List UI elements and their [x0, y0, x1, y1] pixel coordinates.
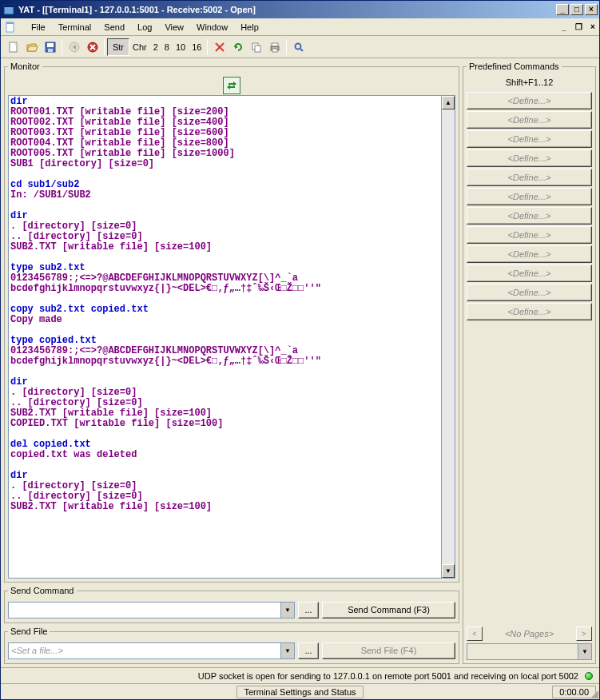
- menu-window[interactable]: Window: [190, 21, 234, 34]
- svg-rect-8: [48, 49, 53, 52]
- menu-terminal[interactable]: Terminal: [52, 21, 98, 34]
- status-bar-2: Terminal Settings and Status 0:00.00: [1, 683, 599, 699]
- menu-log[interactable]: Log: [131, 21, 158, 34]
- menu-help[interactable]: Help: [234, 21, 265, 34]
- predef-button-5[interactable]: <Define...>: [467, 169, 592, 186]
- predefined-shortcut-label: Shift+F1..12: [467, 76, 592, 92]
- radix-10-button[interactable]: 10: [173, 38, 189, 56]
- window-title: YAT - [[Terminal1] - 127.0.0.1:5001 - Re…: [18, 5, 556, 14]
- predef-button-7[interactable]: <Define...>: [467, 207, 592, 225]
- status-text: UDP socket is open for sending to 127.0.…: [4, 671, 582, 681]
- send-file-browse[interactable]: ...: [298, 642, 319, 659]
- predef-button-9[interactable]: <Define...>: [467, 245, 592, 263]
- title-bar: YAT - [[Terminal1] - 127.0.0.1:5001 - Re…: [1, 1, 599, 18]
- menu-view[interactable]: View: [158, 21, 190, 34]
- scroll-down-button[interactable]: ▼: [442, 564, 455, 578]
- predef-button-10[interactable]: <Define...>: [467, 264, 592, 282]
- predef-button-12[interactable]: <Define...>: [467, 303, 592, 320]
- app-icon: [2, 3, 15, 16]
- menu-bar: File Terminal Send Log View Window Help …: [1, 18, 599, 36]
- minimize-button[interactable]: _: [556, 4, 569, 15]
- svg-rect-7: [47, 43, 54, 47]
- mdi-minimize[interactable]: _: [558, 22, 570, 33]
- svg-rect-21: [272, 49, 277, 52]
- scroll-up-button[interactable]: ▲: [442, 96, 455, 109]
- mdi-close[interactable]: ×: [586, 22, 599, 33]
- radix-2-button[interactable]: 2: [150, 38, 161, 56]
- predef-page-dropdown[interactable]: ▼: [578, 644, 591, 659]
- svg-rect-3: [6, 22, 14, 24]
- predef-button-2[interactable]: <Define...>: [467, 111, 592, 129]
- resize-grip[interactable]: [588, 688, 599, 699]
- close-button[interactable]: ×: [585, 4, 598, 15]
- svg-rect-19: [272, 43, 278, 46]
- print-button[interactable]: [265, 38, 284, 56]
- clear-button[interactable]: [210, 38, 228, 56]
- new-button[interactable]: [4, 38, 22, 56]
- send-command-input[interactable]: [9, 605, 280, 614]
- predef-button-1[interactable]: <Define...>: [467, 92, 592, 109]
- predef-page-next[interactable]: >: [576, 626, 592, 641]
- predef-button-8[interactable]: <Define...>: [467, 226, 592, 244]
- send-file-placeholder: <Set a file...>: [9, 646, 66, 655]
- open-button[interactable]: [22, 38, 41, 56]
- send-command-legend: Send Command: [8, 586, 77, 595]
- send-file-dropdown[interactable]: ▼: [280, 643, 294, 658]
- monitor-output[interactable]: dir ROOT001.TXT [writable file] [size=20…: [8, 95, 442, 579]
- predef-button-3[interactable]: <Define...>: [467, 130, 592, 148]
- menu-send[interactable]: Send: [97, 21, 131, 34]
- svg-marker-16: [235, 45, 238, 49]
- monitor-scrollbar[interactable]: ▲ ▼: [442, 95, 455, 579]
- send-command-browse[interactable]: ...: [298, 602, 319, 618]
- radix-8-button[interactable]: 8: [161, 38, 173, 56]
- mdi-doc-icon[interactable]: [4, 21, 17, 34]
- svg-point-22: [295, 43, 300, 49]
- status-led-icon: [585, 672, 593, 680]
- status-bar-1: UDP socket is open for sending to 127.0.…: [1, 667, 599, 683]
- mdi-restore[interactable]: ❐: [572, 22, 585, 33]
- predef-button-11[interactable]: <Define...>: [467, 284, 592, 301]
- predef-page-prev[interactable]: <: [467, 626, 483, 641]
- send-file-button[interactable]: Send File (F4): [322, 642, 455, 659]
- predef-button-4[interactable]: <Define...>: [467, 149, 592, 167]
- svg-rect-1: [4, 5, 14, 7]
- send-command-combo[interactable]: ▼: [8, 602, 295, 618]
- send-command-group: Send Command ▼ ... Send Command (F3): [4, 586, 459, 623]
- radix-str-button[interactable]: Str: [107, 38, 129, 56]
- predef-button-6[interactable]: <Define...>: [467, 188, 592, 205]
- nav-stop-button[interactable]: [83, 38, 101, 56]
- predef-page-combo[interactable]: ▼: [467, 643, 592, 660]
- find-button[interactable]: [289, 38, 308, 56]
- maximize-button[interactable]: □: [570, 4, 583, 15]
- radix-chr-button[interactable]: Chr: [129, 38, 150, 56]
- nav-back-button[interactable]: [65, 38, 83, 56]
- save-button[interactable]: [41, 38, 59, 56]
- monitor-group: Monitor dir ROOT001.TXT [writable file] …: [4, 62, 459, 583]
- terminal-settings-panel[interactable]: Terminal Settings and Status: [236, 686, 363, 698]
- monitor-bidir-button[interactable]: [223, 77, 240, 94]
- radix-16-button[interactable]: 16: [189, 38, 205, 56]
- svg-rect-18: [255, 46, 260, 52]
- predef-page-label: <No Pages>: [483, 629, 576, 638]
- svg-line-23: [300, 49, 303, 51]
- toolbar: Str Chr 2 8 10 16: [1, 36, 599, 58]
- send-file-group: Send File <Set a file...> ▼ ... Send Fil…: [4, 626, 459, 664]
- predefined-group: Predefined Commands Shift+F1..12 <Define…: [463, 62, 596, 664]
- send-command-dropdown[interactable]: ▼: [280, 603, 294, 618]
- send-file-combo[interactable]: <Set a file...> ▼: [8, 642, 295, 659]
- monitor-legend: Monitor: [8, 62, 42, 71]
- predefined-legend: Predefined Commands: [467, 62, 562, 71]
- send-command-button[interactable]: Send Command (F3): [322, 602, 455, 618]
- refresh-button[interactable]: [228, 38, 247, 56]
- send-file-legend: Send File: [8, 626, 50, 636]
- menu-file[interactable]: File: [25, 21, 52, 34]
- copy-button[interactable]: [247, 38, 265, 56]
